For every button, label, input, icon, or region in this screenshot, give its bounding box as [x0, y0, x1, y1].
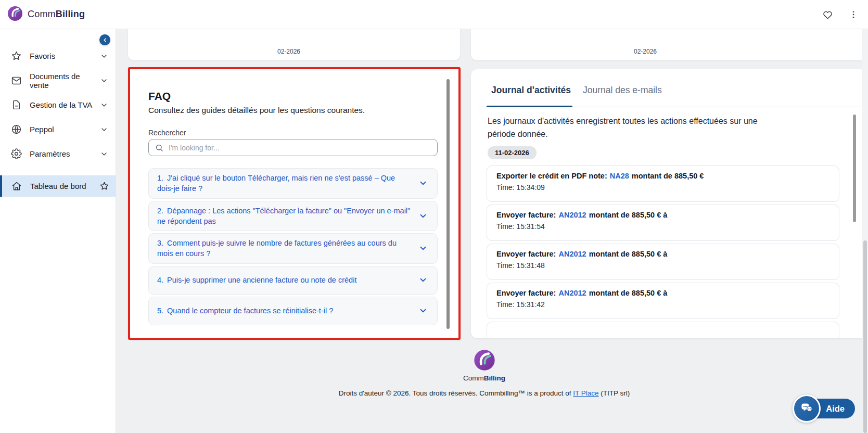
- sidebar-item-parametres[interactable]: Paramètres: [0, 142, 116, 166]
- star-icon: [11, 50, 22, 61]
- faq-question-1[interactable]: 1.J'ai cliqué sur le bouton Télécharger,…: [148, 168, 438, 199]
- favorite-heart-icon[interactable]: [821, 8, 834, 21]
- chevron-down-icon: [100, 125, 108, 134]
- activity-log-entry-partial[interactable]: [487, 322, 839, 338]
- chevron-down-icon: [418, 211, 428, 221]
- chart-axis-label: 02-2026: [634, 48, 657, 55]
- document-ref-link[interactable]: AN2012: [558, 211, 586, 219]
- sidebar-item-gestion-tva[interactable]: Gestion de la TVA: [0, 93, 116, 117]
- main-content: 02-2026 02-2026 FAQ Consultez des guides…: [116, 29, 868, 433]
- chevron-down-icon: [418, 275, 428, 285]
- faq-question-4[interactable]: 4.Puis-je supprimer une ancienne facture…: [148, 266, 438, 295]
- date-badge: 11-02-2026: [488, 146, 537, 159]
- sidebar-item-label: Favoris: [30, 52, 100, 60]
- journal-description: Les journaux d'activités enregistrent to…: [488, 115, 782, 141]
- search-icon: [155, 144, 163, 152]
- chat-bubbles-icon: [793, 394, 821, 423]
- tab-journal-activites[interactable]: Journal d'activités: [491, 85, 571, 96]
- faq-question-3[interactable]: 3.Comment puis-je suivre le nombre de fa…: [148, 233, 438, 264]
- activity-log-list: Exporter le crédit en PDF note:NA28monta…: [487, 165, 839, 338]
- entry-time: Time: 15:31:48: [496, 261, 829, 270]
- globe-icon: [11, 124, 22, 135]
- faq-question-list: 1.J'ai cliqué sur le bouton Télécharger,…: [148, 168, 438, 325]
- sidebar-item-documents-de-vente[interactable]: Documents de vente: [0, 68, 116, 93]
- brand-logo[interactable]: CommBilling: [7, 6, 85, 23]
- faq-title: FAQ: [148, 90, 171, 103]
- gear-icon: [11, 148, 22, 159]
- faq-card-highlighted: FAQ Consultez des guides détaillés pour …: [128, 67, 461, 340]
- kebab-menu-icon[interactable]: [847, 8, 860, 21]
- commbilling-logo-icon: [474, 349, 495, 373]
- document-ref-link[interactable]: AN2012: [558, 289, 586, 297]
- chart-axis-label: 02-2026: [277, 48, 300, 55]
- chevron-down-icon: [100, 77, 108, 85]
- activity-log-entry[interactable]: Envoyer facture:AN2012montant de 885,50 …: [487, 205, 839, 241]
- page-footer: CommBilling Droits d'auteur © 2026. Tous…: [116, 349, 852, 397]
- tab-journal-emails[interactable]: Journal des e-mails: [583, 85, 662, 96]
- journal-tabs: Journal d'activités Journal des e-mails: [471, 85, 867, 108]
- favorite-star-icon[interactable]: [99, 181, 109, 191]
- it-place-link[interactable]: IT Place: [573, 389, 598, 397]
- commbilling-logo-icon: [7, 6, 23, 23]
- sidebar: Favoris Documents de vente Gestion de: [0, 29, 116, 433]
- envelope-icon: [11, 75, 22, 86]
- sidebar-item-label: Paramètres: [30, 149, 100, 158]
- home-icon: [11, 181, 22, 192]
- brand-name: CommBilling: [28, 9, 85, 20]
- activity-log-entry[interactable]: Exporter le crédit en PDF note:NA28monta…: [487, 165, 839, 202]
- copyright-text: Droits d'auteur © 2026. Tous droits rése…: [116, 389, 852, 397]
- entry-time: Time: 15:31:42: [496, 300, 829, 309]
- sidebar-item-label: Tableau de bord: [30, 182, 99, 190]
- chevron-down-icon: [418, 244, 428, 253]
- sidebar-item-favoris[interactable]: Favoris: [0, 44, 116, 68]
- journal-card: Journal d'activités Journal des e-mails …: [471, 69, 867, 338]
- help-button[interactable]: Aide: [793, 394, 855, 423]
- faq-search-label: Rechercher: [148, 129, 186, 137]
- chevron-down-icon: [100, 101, 108, 109]
- faq-subtitle: Consultez des guides détaillés pour les …: [148, 106, 365, 115]
- faq-scrollbar-thumb[interactable]: [446, 79, 450, 329]
- sidebar-nav: Favoris Documents de vente Gestion de: [0, 44, 116, 166]
- sidebar-item-peppol[interactable]: Peppol: [0, 117, 116, 142]
- chevron-down-icon: [100, 150, 108, 158]
- sidebar-item-label: Documents de vente: [30, 72, 100, 90]
- activity-log-entry[interactable]: Envoyer facture:AN2012montant de 885,50 …: [487, 283, 839, 319]
- app-window: CommBilling Favoris: [0, 0, 868, 433]
- faq-question-2[interactable]: 2.Dépannage : Les actions "Télécharger l…: [148, 201, 438, 232]
- sidebar-item-tableau-de-bord[interactable]: Tableau de bord: [0, 175, 116, 197]
- active-tab-underline: [487, 106, 572, 107]
- document-icon: [11, 99, 22, 110]
- chevron-down-icon: [418, 306, 428, 315]
- page-scrollbar-thumb[interactable]: [863, 240, 867, 433]
- faq-search-box[interactable]: [148, 139, 438, 156]
- journal-scrollbar-thumb[interactable]: [853, 114, 856, 222]
- entry-time: Time: 15:31:54: [496, 222, 829, 231]
- footer-brand-name: CommBilling: [116, 374, 852, 382]
- sidebar-item-label: Peppol: [30, 125, 100, 134]
- page-scrollbar[interactable]: [862, 29, 868, 433]
- chevron-down-icon: [418, 179, 428, 188]
- faq-question-5[interactable]: 5.Quand le compteur de factures se réini…: [148, 297, 438, 325]
- entry-time: Time: 15:34:09: [496, 183, 829, 192]
- top-header: CommBilling: [0, 0, 868, 29]
- top-left-chart-card: 02-2026: [128, 29, 460, 60]
- top-right-chart-card: 02-2026: [471, 29, 867, 60]
- sidebar-item-label: Gestion de la TVA: [30, 100, 100, 109]
- faq-search-input[interactable]: [169, 144, 431, 152]
- document-ref-link[interactable]: NA28: [610, 172, 629, 180]
- document-ref-link[interactable]: AN2012: [558, 250, 586, 258]
- chevron-down-icon: [100, 52, 108, 60]
- activity-log-entry[interactable]: Envoyer facture:AN2012montant de 885,50 …: [487, 244, 839, 280]
